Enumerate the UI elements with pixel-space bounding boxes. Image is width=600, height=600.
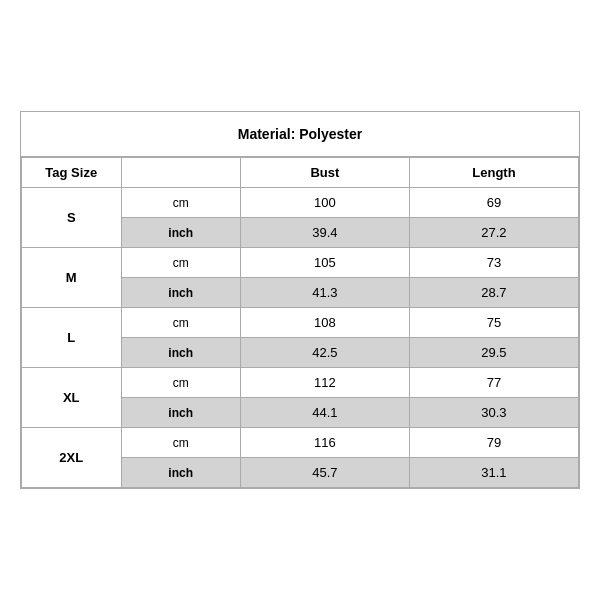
- bust-cm-cell: 116: [240, 428, 409, 458]
- bust-inch-cell: 45.7: [240, 458, 409, 488]
- size-chart-container: Material: Polyester Tag Size Bust Length…: [20, 111, 580, 489]
- unit-cell-cm: cm: [121, 308, 240, 338]
- table-row: Scm10069: [22, 188, 579, 218]
- unit-header: [121, 158, 240, 188]
- length-inch-cell: 27.2: [409, 218, 578, 248]
- unit-cell-cm: cm: [121, 428, 240, 458]
- tag-size-cell: M: [22, 248, 122, 308]
- table-row: 2XLcm11679: [22, 428, 579, 458]
- length-cm-cell: 73: [409, 248, 578, 278]
- unit-cell-cm: cm: [121, 248, 240, 278]
- bust-inch-cell: 44.1: [240, 398, 409, 428]
- length-inch-cell: 30.3: [409, 398, 578, 428]
- unit-cell-inch: inch: [121, 338, 240, 368]
- unit-cell-inch: inch: [121, 398, 240, 428]
- table-row: Mcm10573: [22, 248, 579, 278]
- bust-inch-cell: 42.5: [240, 338, 409, 368]
- unit-cell-inch: inch: [121, 458, 240, 488]
- length-inch-cell: 28.7: [409, 278, 578, 308]
- unit-cell-cm: cm: [121, 188, 240, 218]
- tag-size-cell: L: [22, 308, 122, 368]
- length-cm-cell: 75: [409, 308, 578, 338]
- bust-cm-cell: 105: [240, 248, 409, 278]
- length-cm-cell: 69: [409, 188, 578, 218]
- bust-cm-cell: 108: [240, 308, 409, 338]
- tag-size-cell: S: [22, 188, 122, 248]
- bust-header: Bust: [240, 158, 409, 188]
- length-inch-cell: 31.1: [409, 458, 578, 488]
- length-cm-cell: 77: [409, 368, 578, 398]
- unit-cell-cm: cm: [121, 368, 240, 398]
- unit-cell-inch: inch: [121, 278, 240, 308]
- length-header: Length: [409, 158, 578, 188]
- size-table: Tag Size Bust Length Scm10069inch39.427.…: [21, 157, 579, 488]
- unit-cell-inch: inch: [121, 218, 240, 248]
- bust-cm-cell: 100: [240, 188, 409, 218]
- chart-title: Material: Polyester: [21, 112, 579, 157]
- table-row: XLcm11277: [22, 368, 579, 398]
- bust-inch-cell: 39.4: [240, 218, 409, 248]
- tag-size-cell: XL: [22, 368, 122, 428]
- bust-inch-cell: 41.3: [240, 278, 409, 308]
- length-cm-cell: 79: [409, 428, 578, 458]
- tag-size-header: Tag Size: [22, 158, 122, 188]
- length-inch-cell: 29.5: [409, 338, 578, 368]
- table-row: Lcm10875: [22, 308, 579, 338]
- bust-cm-cell: 112: [240, 368, 409, 398]
- tag-size-cell: 2XL: [22, 428, 122, 488]
